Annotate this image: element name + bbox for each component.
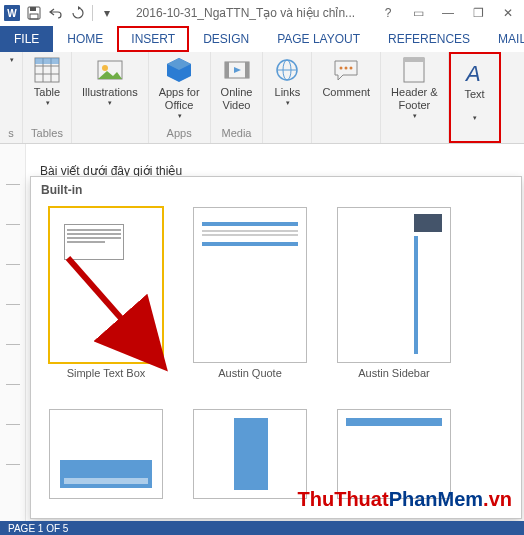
svg-rect-2 [30,14,38,19]
online-video-button[interactable]: Online Video [215,54,259,114]
minimize-icon[interactable]: — [436,5,460,21]
table-button[interactable]: Table▾ [27,54,67,110]
gallery-item-simple-text-box[interactable]: Simple Text Box [49,207,163,379]
ribbon-options-icon[interactable]: ▭ [406,5,430,21]
links-button[interactable]: Links▾ [267,54,307,110]
svg-point-10 [102,65,108,71]
tab-mailings[interactable]: MAILI... [484,26,524,52]
restore-icon[interactable]: ❐ [466,5,490,21]
table-button-label: Table [34,86,60,99]
group-pages-label: s [8,125,14,141]
group-tables-label: Tables [31,125,63,141]
links-icon [273,56,301,84]
vertical-ruler [0,144,26,521]
document-body[interactable]: Bài viết dưới đây giới thiệu Built-in Si… [26,144,524,521]
group-links: Links▾ [263,52,312,143]
svg-point-19 [350,67,353,70]
help-icon[interactable]: ? [376,5,400,21]
redo-icon[interactable] [70,5,86,21]
title-bar: W ▾ 2016-10-31_NgaTTN_Tạo và hiệu chỉn..… [0,0,524,26]
pages-button[interactable]: ▾ [4,54,18,66]
svg-rect-1 [30,7,36,11]
save-icon[interactable] [26,5,42,21]
group-media-label: Media [222,125,252,141]
group-media: Online Video Media [211,52,264,143]
svg-rect-21 [404,58,424,62]
apps-icon [165,56,193,84]
document-title: 2016-10-31_NgaTTN_Tạo và hiệu chỉn... [121,6,370,20]
tab-home[interactable]: HOME [53,26,117,52]
ribbon-tabs: FILE HOME INSERT DESIGN PAGE LAYOUT REFE… [0,26,524,52]
header-footer-icon [400,56,428,84]
svg-rect-12 [225,62,229,78]
illustrations-icon [96,56,124,84]
tab-design[interactable]: DESIGN [189,26,263,52]
group-illustrations: Illustrations▾ [72,52,149,143]
group-comments: Comment [312,52,381,143]
qat-customize-icon[interactable]: ▾ [99,5,115,21]
group-tables: Table▾ Tables [23,52,72,143]
document-area: Bài viết dưới đây giới thiệu Built-in Si… [0,144,524,521]
group-pages: ▾ s [0,52,23,143]
text-box-gallery: Built-in Simple Text Box [30,176,522,519]
close-icon[interactable]: ✕ [496,5,520,21]
gallery-item-row2-2[interactable] [193,409,307,499]
text-button[interactable]: A Text▾ [455,56,495,125]
thumb-austin-quote [193,207,307,363]
gallery-item-austin-quote[interactable]: Austin Quote [193,207,307,379]
watermark: ThuThuatPhanMem.vn [298,488,512,511]
text-icon: A [461,58,489,86]
thumb-austin-sidebar [337,207,451,363]
gallery-grid: Simple Text Box Austin Quote [31,203,521,503]
thumb-row2-2 [193,409,307,499]
group-text-highlighted: A Text▾ [449,52,501,143]
svg-rect-13 [245,62,249,78]
svg-rect-8 [35,58,59,64]
status-bar: PAGE 1 OF 5 [0,521,524,535]
gallery-item-austin-sidebar[interactable]: Austin Sidebar [337,207,451,379]
gallery-item-row2-1[interactable] [49,409,163,499]
header-footer-button[interactable]: Header & Footer▾ [385,54,443,123]
thumb-simple-text-box [49,207,163,363]
svg-point-18 [345,67,348,70]
text-label: Text [464,88,484,101]
group-header-footer: Header & Footer▾ [381,52,448,143]
illustrations-label: Illustrations [82,86,138,99]
comment-button[interactable]: Comment [316,54,376,101]
links-label: Links [275,86,301,99]
gallery-item-row2-3[interactable] [337,409,451,499]
page-indicator[interactable]: PAGE 1 OF 5 [8,523,68,534]
tab-file[interactable]: FILE [0,26,53,52]
ribbon-insert: ▾ s Table▾ Tables Illustrations▾ Apps fo… [0,52,524,144]
thumb-row2-3 [337,409,451,499]
qat-separator [92,5,93,21]
comment-icon [332,56,360,84]
video-icon [223,56,251,84]
gallery-section-builtin: Built-in [31,177,521,203]
tab-references[interactable]: REFERENCES [374,26,484,52]
group-apps: Apps for Office▾ Apps [149,52,211,143]
undo-icon[interactable] [48,5,64,21]
comment-label: Comment [322,86,370,99]
thumb-row2-1 [49,409,163,499]
svg-text:A: A [464,61,481,85]
table-icon [33,56,61,84]
group-apps-label: Apps [167,125,192,141]
apps-for-office-button[interactable]: Apps for Office▾ [153,54,206,123]
tab-page-layout[interactable]: PAGE LAYOUT [263,26,374,52]
svg-point-17 [340,67,343,70]
tab-insert[interactable]: INSERT [117,26,189,52]
word-app-icon: W [4,5,20,21]
illustrations-button[interactable]: Illustrations▾ [76,54,144,110]
